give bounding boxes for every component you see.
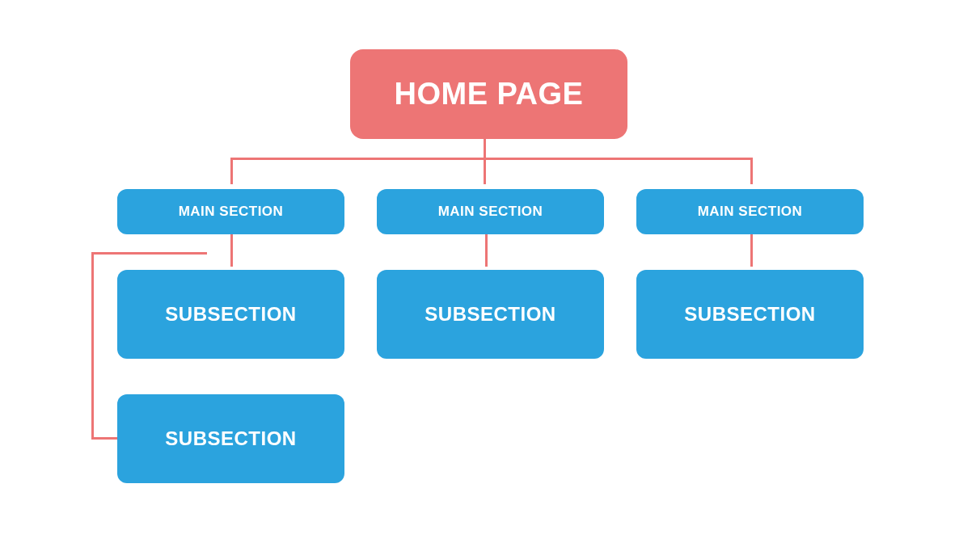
connector-horizontal [230,158,750,160]
node-label: HOME PAGE [395,77,584,112]
node-main-section-3: MAIN SECTION [636,189,864,234]
connector-main3-sub [750,234,753,267]
connector-branch-h [94,252,207,255]
node-subsection-3: SUBSECTION [636,270,864,359]
connector-main1-sub [230,234,233,267]
node-label: MAIN SECTION [438,204,543,220]
node-label: MAIN SECTION [698,204,803,220]
connector-drop-3 [750,158,753,184]
connector-branch-in [91,437,117,440]
connector-main2-sub [485,234,488,267]
node-label: SUBSECTION [425,303,555,326]
node-label: SUBSECTION [684,303,815,326]
node-label: SUBSECTION [165,427,296,450]
node-main-section-1: MAIN SECTION [117,189,344,234]
connector-root [484,139,486,184]
sitemap-diagram: HOME PAGE MAIN SECTION MAIN SECTION MAIN… [0,0,980,547]
connector-drop-1 [230,158,233,184]
node-label: SUBSECTION [165,303,296,326]
node-subsection-1b: SUBSECTION [117,394,344,483]
node-subsection-2: SUBSECTION [377,270,604,359]
node-label: MAIN SECTION [179,204,284,220]
node-home-page: HOME PAGE [350,49,627,139]
node-subsection-1a: SUBSECTION [117,270,344,359]
node-main-section-2: MAIN SECTION [377,189,604,234]
connector-branch-v [91,252,94,439]
